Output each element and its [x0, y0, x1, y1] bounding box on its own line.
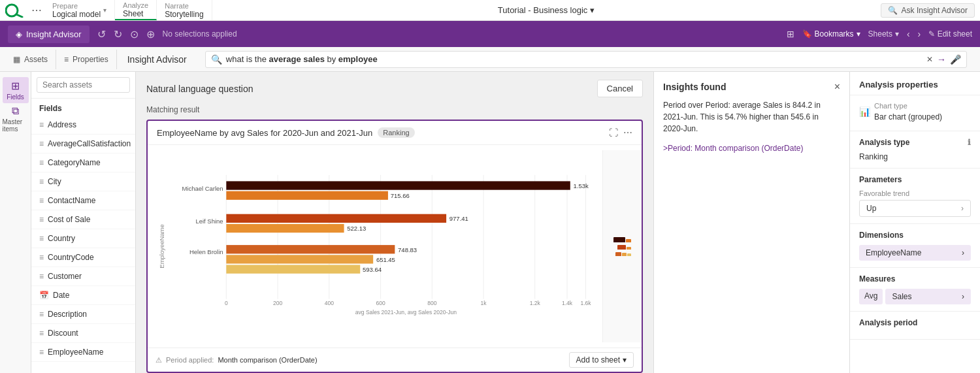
nav-center: Tutorial - Business logic ▾: [212, 5, 881, 15]
field-name-date: Date: [53, 291, 69, 300]
prepare-chevron[interactable]: ▾: [103, 7, 106, 14]
svg-rect-15: [226, 191, 388, 200]
field-text-icon: ≡: [39, 177, 44, 186]
fields-search-container: [31, 72, 135, 99]
svg-text:avg Sales 2021-Jun, avg Sales : avg Sales 2021-Jun, avg Sales 2020-Jun: [355, 309, 457, 316]
field-item-customer[interactable]: ≡ Customer: [31, 267, 135, 286]
second-toolbar: ◈ Insight Advisor ↺ ↻ ⊙ ⊕ No selections …: [0, 21, 980, 47]
chart-header: EmployeeName by avg Sales for 2020-Jun a…: [148, 121, 642, 145]
dimensions-title: Dimensions: [859, 231, 971, 240]
dropdown-chevron-icon: ›: [961, 204, 964, 213]
field-name-discount: Discount: [48, 329, 78, 338]
field-name-countrycode: CountryCode: [48, 253, 94, 262]
prepare-section[interactable]: Prepare Logical model ▾: [44, 0, 115, 20]
svg-text:977.41: 977.41: [449, 215, 468, 222]
field-item-description[interactable]: ≡ Description: [31, 305, 135, 324]
field-item-city[interactable]: ≡ City: [31, 172, 135, 191]
svg-text:0: 0: [225, 300, 228, 306]
field-item-employeename[interactable]: ≡ EmployeeName: [31, 343, 135, 362]
analysis-type-value: Ranking: [859, 152, 971, 161]
field-name-employeename: EmployeeName: [48, 348, 103, 357]
field-name-customer: Customer: [48, 272, 82, 281]
measure-chip-sales[interactable]: Sales ›: [885, 289, 971, 304]
left-sidebar: ⊞ Fields ⧉ Master items: [0, 72, 31, 373]
narrate-section[interactable]: Narrate Storytelling: [157, 0, 212, 20]
mini-bar-amber: [627, 247, 631, 250]
undo-icon[interactable]: ↺: [97, 28, 106, 41]
search-container: 🔍 what is the average sales by employee …: [205, 51, 967, 68]
svg-rect-25: [226, 255, 373, 263]
analysis-properties-title: Analysis properties: [850, 72, 980, 95]
dimension-chip-employeename[interactable]: EmployeeName ›: [859, 245, 971, 261]
expand-icon[interactable]: ⛶: [609, 127, 618, 138]
search-submit-button[interactable]: →: [937, 54, 946, 65]
field-item-countrycode[interactable]: ≡ CountryCode: [31, 248, 135, 267]
sidebar-masteritems-button[interactable]: ⧉ Master items: [3, 106, 29, 132]
fields-list: ≡ Address ≡ AverageCallSatisfaction ≡ Ca…: [31, 116, 135, 373]
select-icon[interactable]: ⊙: [130, 28, 139, 41]
field-item-categoryname[interactable]: ≡ CategoryName: [31, 154, 135, 172]
field-item-country[interactable]: ≡ Country: [31, 229, 135, 248]
bookmarks-button[interactable]: 🔖 Bookmarks ▾: [802, 29, 860, 39]
field-item-address[interactable]: ≡ Address: [31, 116, 135, 135]
measure-chip-avg[interactable]: Avg: [859, 289, 883, 304]
field-item-contactname[interactable]: ≡ ContactName: [31, 191, 135, 210]
properties-tab[interactable]: ≡ Properties: [56, 50, 117, 69]
next-sheet-icon[interactable]: ›: [918, 29, 921, 39]
warning-icon: ⚠: [155, 356, 162, 365]
svg-text:1.6k: 1.6k: [580, 300, 591, 306]
svg-text:1.2k: 1.2k: [530, 300, 541, 306]
chart-title: EmployeeName by avg Sales for 2020-Jun a…: [157, 128, 372, 138]
fields-icon-label: Fields: [7, 93, 24, 101]
dots-menu[interactable]: ⋯: [29, 4, 44, 16]
field-text-icon: ≡: [39, 348, 44, 357]
zoom-icon[interactable]: ⊕: [146, 28, 155, 41]
prev-sheet-icon[interactable]: ‹: [907, 29, 910, 39]
insight-advisor-button[interactable]: ◈ Insight Advisor: [8, 25, 90, 43]
ask-advisor-button[interactable]: 🔍 Ask Insight Advisor: [881, 3, 975, 18]
field-item-costofsale[interactable]: ≡ Cost of Sale: [31, 210, 135, 229]
redo-icon[interactable]: ↻: [114, 28, 122, 41]
search-clear-button[interactable]: ✕: [926, 55, 933, 64]
analyze-section[interactable]: Analyze Sheet: [115, 0, 157, 20]
sidebar-fields-button[interactable]: ⊞ Fields: [3, 77, 29, 103]
field-item-discount[interactable]: ≡ Discount: [31, 324, 135, 343]
field-item-date[interactable]: 📅 Date: [31, 286, 135, 305]
right-panel: Analysis properties 📊 Chart type Bar cha…: [849, 72, 980, 373]
field-name-averagecall: AverageCallSatisfaction: [48, 139, 131, 148]
search-query-display: what is the average sales by employee: [226, 54, 378, 64]
analysis-period-section: Analysis period: [850, 312, 980, 340]
search-mic-button[interactable]: 🎤: [950, 54, 961, 65]
parameters-section: Parameters Favorable trend Up ›: [850, 169, 980, 224]
bar-chart-icon: 📊: [859, 106, 870, 117]
measures-title: Measures: [859, 274, 971, 284]
edit-sheet-button[interactable]: ✎ Edit sheet: [928, 29, 972, 39]
insights-close-button[interactable]: ×: [834, 81, 840, 93]
svg-text:400: 400: [325, 300, 334, 306]
masteritems-icon: ⧉: [12, 105, 19, 117]
asset-toolbar: ▦ Assets ≡ Properties Insight Advisor 🔍 …: [0, 47, 980, 72]
assets-tab[interactable]: ▦ Assets: [5, 50, 56, 69]
chart-type-label: Chart type: [874, 102, 942, 110]
grid-icon[interactable]: ⊞: [787, 29, 794, 39]
field-text-icon: ≡: [39, 234, 44, 243]
more-options-icon[interactable]: ⋯: [623, 127, 632, 138]
field-item-averagecall[interactable]: ≡ AverageCallSatisfaction: [31, 135, 135, 154]
no-selections-text: No selections applied: [163, 29, 237, 39]
field-text-icon: ≡: [39, 139, 44, 148]
nlq-title: Natural language question: [146, 84, 253, 94]
measure-arrow-icon: ›: [962, 292, 964, 301]
favorable-trend-dropdown[interactable]: Up ›: [859, 200, 971, 217]
add-to-sheet-button[interactable]: Add to sheet ▾: [569, 352, 634, 368]
mini-bar-light: [622, 253, 627, 256]
insights-period-link[interactable]: >Period: Month comparison (OrderDate): [663, 144, 840, 153]
top-nav: ⋯ Prepare Logical model ▾ Analyze Sheet …: [0, 0, 980, 21]
svg-text:1k: 1k: [481, 300, 487, 306]
sheets-button[interactable]: Sheets ▾: [868, 29, 899, 39]
cancel-button[interactable]: Cancel: [597, 80, 643, 97]
qlik-logo: [5, 3, 24, 18]
field-calendar-icon: 📅: [39, 291, 49, 300]
fields-search-input[interactable]: [37, 77, 130, 93]
chart-card: EmployeeName by avg Sales for 2020-Jun a…: [146, 120, 643, 373]
svg-rect-13: [226, 181, 570, 189]
